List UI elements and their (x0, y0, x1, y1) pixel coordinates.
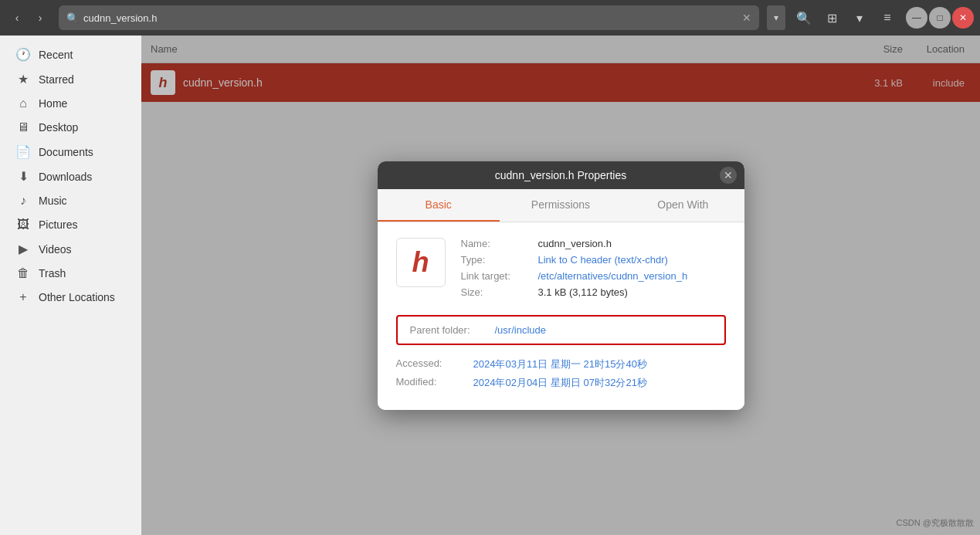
sidebar-label-home: Home (39, 97, 67, 110)
sidebar-label-downloads: Downloads (39, 171, 92, 183)
sidebar-item-desktop[interactable]: 🖥 Desktop (3, 116, 138, 139)
sidebar-item-home[interactable]: ⌂ Home (3, 92, 138, 115)
close-button[interactable]: ✕ (952, 7, 974, 29)
documents-icon: 📄 (15, 144, 31, 159)
sidebar-label-desktop: Desktop (39, 121, 78, 134)
sidebar-label-starred: Starred (39, 73, 74, 86)
sidebar-item-pictures[interactable]: 🖼 Pictures (3, 213, 138, 236)
dialog-close-button[interactable]: ✕ (720, 167, 737, 184)
file-area: Name Size Location h cudnn_version.h 3.1… (141, 36, 980, 535)
name-value: cudnn_version.h (538, 238, 726, 249)
downloads-icon: ⬇ (15, 169, 31, 184)
view-grid-button[interactable]: ⊞ (819, 5, 844, 30)
modified-value: 2024年02月04日 星期日 07时32分21秒 (473, 376, 726, 390)
prop-accessed: Accessed: 2024年03月11日 星期一 21时15分40秒 (396, 357, 726, 371)
file-icon-large: h (396, 238, 446, 287)
sidebar-label-trash: Trash (39, 267, 66, 279)
properties-dialog: cudnn_version.h Properties ✕ Basic Permi… (378, 161, 744, 410)
tab-permissions[interactable]: Permissions (500, 189, 622, 222)
sidebar-item-music[interactable]: ♪ Music (3, 189, 138, 212)
search-input[interactable] (83, 12, 738, 24)
titlebar: ‹ › 🔍 ✕ ▾ 🔍 ⊞ ▾ ≡ — □ ✕ (0, 0, 980, 36)
sidebar-item-downloads[interactable]: ⬇ Downloads (3, 164, 138, 188)
sidebar-label-pictures: Pictures (39, 218, 78, 231)
nav-buttons: ‹ › (6, 7, 51, 29)
back-button[interactable]: ‹ (6, 7, 28, 29)
dialog-header: cudnn_version.h Properties ✕ (378, 161, 744, 189)
link-target-label: Link target: (461, 270, 538, 282)
pictures-icon: 🖼 (15, 218, 31, 232)
sidebar-item-starred[interactable]: ★ Starred (3, 67, 138, 91)
sidebar-label-documents: Documents (39, 146, 93, 158)
link-target-value: /etc/alternatives/cudnn_version_h (538, 270, 726, 282)
file-props: Name: cudnn_version.h Type: Link to C he… (461, 238, 726, 303)
sidebar-item-recent[interactable]: 🕐 Recent (3, 42, 138, 66)
modified-label: Modified: (396, 376, 473, 390)
prop-name: Name: cudnn_version.h (461, 238, 726, 249)
name-label: Name: (461, 238, 538, 249)
dialog-body: h Name: cudnn_version.h Type: Link to C … (378, 222, 744, 410)
type-label: Type: (461, 254, 538, 266)
dialog-title: cudnn_version.h Properties (495, 169, 626, 181)
home-icon: ⌂ (15, 97, 31, 110)
sidebar-label-music: Music (39, 195, 67, 207)
search-toggle-button[interactable]: 🔍 (792, 5, 816, 30)
sidebar-label-recent: Recent (39, 49, 73, 61)
timestamps: Accessed: 2024年03月11日 星期一 21时15分40秒 Modi… (396, 357, 726, 390)
sidebar-item-trash[interactable]: 🗑 Trash (3, 262, 138, 285)
parent-folder-value: /usr/include (495, 324, 712, 336)
minimize-button[interactable]: — (906, 7, 927, 29)
clear-icon[interactable]: ✕ (742, 12, 751, 24)
sidebar-item-documents[interactable]: 📄 Documents (3, 140, 138, 164)
sidebar-item-other-locations[interactable]: + Other Locations (3, 286, 138, 309)
starred-icon: ★ (15, 72, 31, 86)
sidebar-item-videos[interactable]: ▶ Videos (3, 237, 138, 261)
prop-size: Size: 3.1 kB (3,112 bytes) (461, 286, 726, 298)
file-info-row: h Name: cudnn_version.h Type: Link to C … (396, 238, 726, 303)
sidebar: 🕐 Recent ★ Starred ⌂ Home 🖥 Desktop 📄 Do… (0, 36, 141, 535)
parent-folder-label: Parent folder: (410, 324, 495, 336)
accessed-label: Accessed: (396, 357, 473, 371)
videos-icon: ▶ (15, 242, 31, 256)
forward-button[interactable]: › (29, 7, 51, 29)
prop-link-target: Link target: /etc/alternatives/cudnn_ver… (461, 270, 726, 282)
maximize-button[interactable]: □ (929, 7, 951, 29)
prop-modified: Modified: 2024年02月04日 星期日 07时32分21秒 (396, 376, 726, 390)
sidebar-label-videos: Videos (39, 243, 72, 256)
sidebar-label-other-locations: Other Locations (39, 291, 115, 303)
dialog-overlay: cudnn_version.h Properties ✕ Basic Permi… (141, 36, 980, 535)
music-icon: ♪ (15, 194, 31, 208)
size-label: Size: (461, 286, 538, 298)
recent-icon: 🕐 (15, 47, 31, 62)
accessed-value: 2024年03月11日 星期一 21时15分40秒 (473, 357, 726, 371)
desktop-icon: 🖥 (15, 120, 31, 134)
menu-button[interactable]: ≡ (875, 5, 900, 30)
tab-open-with[interactable]: Open With (622, 189, 744, 222)
size-value: 3.1 kB (3,112 bytes) (538, 286, 726, 298)
view-dropdown-button[interactable]: ▾ (847, 5, 872, 30)
search-icon: 🔍 (66, 12, 79, 24)
parent-folder-section: Parent folder: /usr/include (396, 315, 726, 345)
tab-basic[interactable]: Basic (378, 189, 500, 222)
dialog-tabs: Basic Permissions Open With (378, 189, 744, 222)
other-locations-icon: + (15, 290, 31, 304)
prop-type: Type: Link to C header (text/x-chdr) (461, 254, 726, 266)
window-controls: — □ ✕ (906, 7, 974, 29)
trash-icon: 🗑 (15, 266, 31, 280)
search-dropdown-button[interactable]: ▾ (767, 5, 785, 30)
search-bar: 🔍 ✕ (59, 5, 759, 30)
titlebar-actions: 🔍 ⊞ ▾ ≡ (792, 5, 900, 30)
type-value: Link to C header (text/x-chdr) (538, 254, 726, 266)
main-area: 🕐 Recent ★ Starred ⌂ Home 🖥 Desktop 📄 Do… (0, 36, 980, 535)
